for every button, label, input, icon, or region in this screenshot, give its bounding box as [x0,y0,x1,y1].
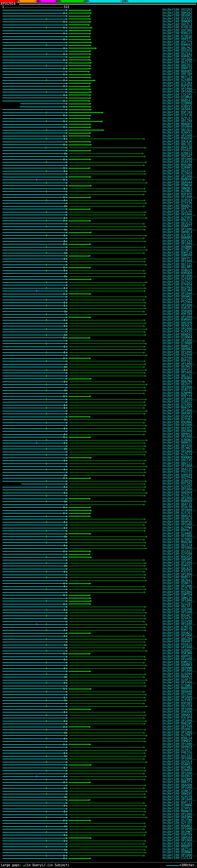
subject-align-bar[interactable] [69,507,90,508]
query-align-bar[interactable] [2,411,66,411]
subject-align-bar[interactable] [69,86,89,87]
query-align-bar[interactable] [2,45,66,45]
subject-align-bar[interactable] [70,525,143,525]
query-align-bar[interactable] [2,150,66,151]
query-align-bar[interactable] [2,723,66,724]
subject-align-bar[interactable] [69,466,146,467]
query-align-bar[interactable] [2,165,66,166]
query-align-bar[interactable] [2,733,66,733]
query-align-bar[interactable] [2,373,66,373]
subject-align-bar[interactable] [70,148,145,148]
query-align-bar[interactable] [2,791,66,792]
subject-align-bar[interactable] [69,852,145,853]
query-align-bar[interactable] [2,440,66,441]
query-align-bar[interactable] [2,683,66,683]
subject-align-bar[interactable] [69,98,90,98]
subject-align-bar[interactable] [69,259,145,259]
query-align-bar[interactable] [2,206,66,207]
subject-align-bar[interactable] [69,267,90,268]
query-align-bar[interactable] [2,54,66,55]
subject-align-bar[interactable] [69,135,89,136]
subject-align-bar[interactable] [69,130,102,130]
query-align-bar[interactable] [2,48,66,49]
subject-align-bar[interactable] [69,627,144,628]
subject-align-bar[interactable] [69,698,144,698]
query-align-bar[interactable] [2,188,66,189]
subject-align-bar[interactable] [69,145,90,145]
subject-align-bar[interactable] [69,127,90,128]
subject-align-bar[interactable] [69,539,143,540]
subject-align-bar[interactable] [69,338,89,338]
subject-align-bar[interactable] [69,48,95,49]
query-align-bar[interactable] [2,364,66,365]
query-align-bar[interactable] [2,571,66,572]
subject-align-bar[interactable] [69,270,143,271]
query-align-bar[interactable] [2,355,66,355]
subject-align-bar[interactable] [69,668,144,669]
subject-align-bar[interactable] [69,273,145,274]
subject-align-bar[interactable] [69,232,90,233]
subject-align-bar[interactable] [69,74,90,75]
query-align-bar[interactable] [2,255,66,256]
query-align-bar[interactable] [2,762,66,763]
query-align-bar[interactable] [2,648,66,648]
subject-align-bar[interactable] [69,297,145,297]
subject-align-bar[interactable] [69,19,90,20]
query-align-bar[interactable] [2,42,66,43]
subject-align-bar[interactable] [70,630,145,630]
subject-align-bar[interactable] [69,656,144,657]
query-align-bar[interactable] [2,446,66,446]
query-align-bar[interactable] [2,393,66,394]
query-align-bar[interactable] [2,604,66,604]
subject-align-bar[interactable] [70,463,143,464]
query-align-bar[interactable] [2,448,66,449]
query-align-bar[interactable] [2,522,66,523]
subject-align-bar[interactable] [69,709,90,710]
query-align-bar[interactable] [2,215,66,215]
subject-align-bar[interactable] [70,288,145,288]
subject-align-bar[interactable] [69,744,90,745]
query-align-bar[interactable] [2,265,66,265]
query-align-bar[interactable] [2,458,66,458]
query-align-bar[interactable] [2,308,66,309]
subject-align-bar[interactable] [69,302,145,303]
subject-align-bar[interactable] [69,551,90,552]
query-align-bar[interactable] [2,320,66,320]
subject-align-bar[interactable] [70,747,143,748]
subject-align-bar[interactable] [70,536,146,537]
subject-align-bar[interactable] [70,563,145,563]
subject-align-bar[interactable] [70,504,143,505]
query-align-bar[interactable] [2,750,66,751]
subject-align-bar[interactable] [69,814,143,815]
subject-align-bar[interactable] [69,150,90,151]
query-align-bar[interactable] [2,849,66,850]
subject-align-bar[interactable] [69,560,143,560]
query-align-bar[interactable] [2,349,66,350]
query-align-bar[interactable] [2,835,66,835]
subject-align-bar[interactable] [69,171,144,172]
query-align-bar[interactable] [2,376,66,376]
query-align-bar[interactable] [2,95,66,95]
subject-align-bar[interactable] [69,457,90,458]
query-align-bar[interactable] [2,820,66,821]
subject-align-bar[interactable] [69,583,90,584]
query-align-bar[interactable] [2,756,66,756]
query-align-bar[interactable] [2,238,66,239]
subject-align-bar[interactable] [69,437,90,438]
subject-align-bar[interactable] [70,723,144,724]
query-align-bar[interactable] [2,698,66,698]
subject-align-bar[interactable] [69,773,143,774]
subject-align-bar[interactable] [70,809,144,809]
query-align-bar[interactable] [2,688,66,689]
query-align-bar[interactable] [2,244,66,245]
subject-align-bar[interactable] [69,185,90,186]
query-align-bar[interactable] [2,109,66,110]
query-align-bar[interactable] [2,361,66,362]
subject-align-bar[interactable] [70,592,144,593]
query-align-bar[interactable] [2,241,66,242]
subject-align-bar[interactable] [69,191,145,192]
subject-align-bar[interactable] [70,715,145,716]
subject-align-bar[interactable] [69,478,90,479]
query-align-bar[interactable] [2,829,66,830]
subject-align-bar[interactable] [69,358,90,359]
